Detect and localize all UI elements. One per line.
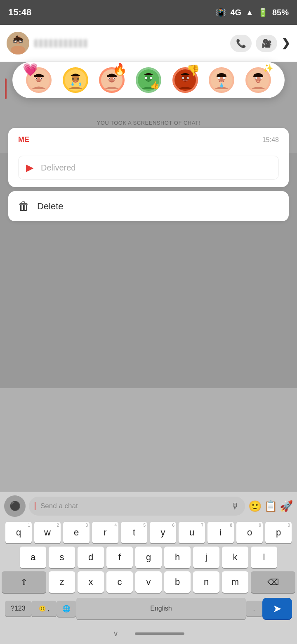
key-g[interactable]: g	[135, 547, 162, 568]
video-call-button[interactable]: 🎥	[256, 35, 277, 52]
svg-text:👍: 👍	[150, 80, 159, 90]
backspace-key[interactable]: ⌫	[251, 571, 295, 593]
key-o[interactable]: o9	[236, 522, 263, 543]
key-b[interactable]: b	[164, 571, 191, 593]
key-c[interactable]: c	[106, 571, 133, 593]
key-row-3: ⇧ z x c v b n m ⌫	[2, 571, 295, 593]
keyboard: q1 w2 e3 r4 t5 y6 u7 i8 o9 p0 a s d f g …	[0, 520, 297, 623]
video-icon: 🎥	[262, 38, 272, 48]
key-x[interactable]: x	[78, 571, 104, 593]
toolbar-actions: 🙂 📋 🚀	[248, 500, 293, 513]
delivered-row[interactable]: ▶ Delivered	[18, 156, 279, 180]
play-icon: ▶	[26, 162, 33, 173]
emoji-reaction-bar[interactable]: 💗	[12, 62, 285, 98]
emoji-heart[interactable]: 💗	[25, 66, 53, 94]
globe-icon: 🌐	[62, 605, 71, 612]
key-j[interactable]: j	[193, 547, 219, 568]
more-button[interactable]: ❯	[281, 37, 290, 50]
delivered-text: Delivered	[41, 163, 75, 173]
key-p[interactable]: p0	[265, 522, 292, 543]
contact-name-blurred	[34, 39, 88, 47]
screenshot-notice: YOU TOOK A SCREENSHOT OF CHAT!	[0, 120, 297, 126]
key-w[interactable]: w2	[34, 522, 61, 543]
svg-point-18	[41, 78, 42, 79]
key-h[interactable]: h	[164, 547, 191, 568]
microphone-icon[interactable]: 🎙	[231, 502, 239, 511]
svg-text:💧: 💧	[71, 82, 75, 86]
comma-key[interactable]: 🙂 ,	[31, 601, 57, 616]
svg-rect-2	[11, 46, 25, 54]
sticker-icon[interactable]: 📋	[264, 500, 277, 513]
key-r[interactable]: r4	[92, 522, 118, 543]
call-button[interactable]: 📞	[230, 35, 252, 52]
sender-name: ME	[18, 135, 29, 144]
chevron-down-icon[interactable]: ∨	[113, 629, 118, 638]
home-indicator[interactable]	[135, 632, 184, 635]
key-n[interactable]: n	[193, 571, 219, 593]
input-placeholder[interactable]: Send a chat	[40, 502, 228, 510]
svg-text:💧: 💧	[78, 82, 82, 86]
network-label: 4G	[230, 8, 241, 17]
camera-button[interactable]: ⚫	[4, 495, 26, 517]
key-i[interactable]: i8	[207, 522, 234, 543]
avatar[interactable]	[7, 32, 29, 54]
key-u[interactable]: u7	[179, 522, 205, 543]
num-key[interactable]: ?123	[5, 601, 31, 616]
space-key[interactable]: English	[76, 598, 245, 619]
input-toolbar: ⚫ Send a chat 🎙 🙂 📋 🚀	[0, 492, 297, 520]
svg-point-29	[114, 78, 115, 79]
key-k[interactable]: k	[222, 547, 248, 568]
key-d[interactable]: d	[78, 547, 104, 568]
context-delivered-row: ME 15:48 ▶ Delivered	[8, 128, 289, 187]
emoji-icon[interactable]: 🙂	[248, 500, 262, 513]
shift-key[interactable]: ⇧	[2, 571, 46, 593]
svg-rect-45	[217, 75, 226, 77]
svg-rect-53	[253, 75, 263, 77]
battery-icon: 🔋	[258, 7, 268, 17]
svg-point-49	[224, 78, 224, 78]
svg-point-57	[260, 78, 261, 78]
key-row-1: q1 w2 e3 r4 t5 y6 u7 i8 o9 p0	[2, 522, 295, 543]
key-m[interactable]: m	[222, 571, 248, 593]
keyboard-area: ⚫ Send a chat 🎙 🙂 📋 🚀 q1 w2 e3 r4 t5 y6 …	[0, 492, 297, 644]
key-v[interactable]: v	[135, 571, 162, 593]
key-t[interactable]: t5	[121, 522, 147, 543]
emoji-laugh-cry[interactable]: 💧 💧	[61, 66, 90, 94]
emoji-thumbsup[interactable]: 👍	[134, 66, 163, 94]
globe-key[interactable]: 🌐	[57, 601, 76, 617]
header-actions: 📞 🎥 ❯	[230, 35, 290, 52]
key-f[interactable]: f	[106, 547, 133, 568]
chat-input-area[interactable]: Send a chat 🎙	[29, 497, 245, 516]
key-q[interactable]: q1	[5, 522, 32, 543]
svg-point-56	[255, 78, 256, 78]
contact-name-area	[34, 39, 225, 47]
signal-icon: ▲	[245, 8, 254, 17]
emoji-thumbsdown[interactable]: 👎	[171, 66, 199, 94]
key-s[interactable]: s	[49, 547, 75, 568]
svg-point-42	[187, 78, 188, 78]
key-e[interactable]: e3	[63, 522, 90, 543]
home-area: ∨	[0, 623, 297, 644]
svg-point-58	[257, 80, 260, 83]
delete-row[interactable]: 🗑 Delete	[8, 191, 289, 221]
key-y[interactable]: y6	[150, 522, 176, 543]
emoji-fire[interactable]: 🔥	[98, 66, 126, 94]
bitmoji-icon[interactable]: 🚀	[280, 500, 293, 513]
chat-header: 📞 🎥 ❯	[0, 25, 297, 62]
emoji-sparkle[interactable]: ✨	[244, 66, 272, 94]
period-key[interactable]: .	[246, 601, 262, 616]
key-z[interactable]: z	[49, 571, 75, 593]
key-a[interactable]: a	[20, 547, 46, 568]
delete-text: Delete	[37, 201, 64, 212]
send-button[interactable]: ➤	[262, 598, 292, 619]
status-icons: 📳 4G ▲ 🔋 85%	[216, 7, 289, 17]
key-l[interactable]: l	[251, 547, 277, 568]
time: 15:48	[8, 7, 31, 18]
svg-point-6	[15, 40, 16, 41]
phone-icon: 📞	[236, 38, 246, 48]
context-overlay[interactable]	[0, 62, 297, 388]
emoji-sad[interactable]: 💧	[207, 66, 236, 94]
vibrate-icon: 📳	[216, 7, 226, 17]
svg-point-35	[151, 78, 151, 78]
svg-point-7	[20, 40, 21, 41]
